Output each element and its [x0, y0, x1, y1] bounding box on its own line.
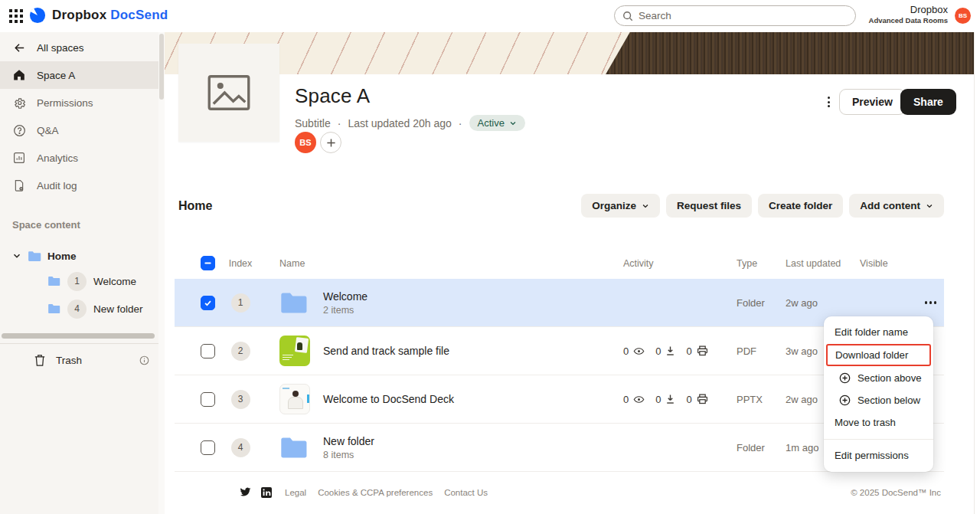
menu-item-edit-folder-name[interactable]: Edit folder name — [824, 321, 933, 343]
trash-label: Trash — [56, 355, 82, 366]
sidebar-item-analytics[interactable]: Analytics — [0, 144, 158, 172]
topbar: Dropbox DocSend Dropbox Advanced Data Ro… — [0, 0, 980, 32]
button-label: Request files — [677, 200, 741, 211]
docsend-app: Dropbox DocSend Dropbox Advanced Data Ro… — [0, 0, 980, 514]
column-header-visible[interactable]: Visible — [860, 258, 912, 269]
search-input[interactable] — [639, 10, 848, 21]
chevron-down-icon[interactable] — [12, 251, 21, 260]
apps-grid-icon[interactable] — [8, 8, 24, 25]
downloads-count: 0 — [655, 345, 661, 357]
row-subtitle: 2 items — [323, 305, 623, 316]
row-checkbox[interactable] — [201, 344, 215, 358]
menu-item-edit-permissions[interactable]: Edit permissions — [824, 444, 933, 467]
sidebar-item-all-spaces[interactable]: All spaces — [0, 34, 158, 61]
request-files-button[interactable]: Request files — [666, 194, 752, 218]
add-member-button[interactable] — [320, 132, 341, 153]
folder-context-menu: Edit folder name Download folder Section… — [824, 316, 933, 472]
folder-icon — [47, 303, 60, 314]
check-icon — [204, 299, 212, 307]
download-icon — [665, 394, 675, 404]
row-name[interactable]: Send and track sample file — [323, 345, 623, 357]
minus-icon — [204, 259, 212, 267]
space-banner-image — [165, 32, 974, 74]
footer-link-contact[interactable]: Contact Us — [444, 488, 488, 497]
sidebar-item-permissions[interactable]: Permissions — [0, 89, 158, 116]
row-last-updated: 2w ago — [786, 297, 860, 309]
sidebar-item-label: Space A — [37, 70, 75, 81]
menu-item-move-to-trash[interactable]: Move to trash — [824, 411, 933, 434]
space-subtitle: Subtitle — [295, 117, 331, 129]
tree-item-welcome[interactable]: 1 Welcome — [0, 267, 158, 295]
column-header-type[interactable]: Type — [737, 258, 786, 269]
sidebar-scrollbar[interactable] — [158, 32, 165, 514]
space-options-button[interactable] — [822, 93, 835, 110]
select-all-checkbox[interactable] — [201, 256, 215, 270]
account-avatar[interactable]: BS — [955, 8, 971, 24]
folder-icon — [279, 436, 323, 460]
column-header-name[interactable]: Name — [263, 258, 323, 269]
column-header-index[interactable]: Index — [217, 258, 263, 269]
sidebar-item-label: Analytics — [37, 152, 78, 164]
linkedin-icon[interactable] — [261, 487, 272, 498]
index-pill: 4 — [67, 300, 87, 319]
space-image-placeholder[interactable] — [178, 44, 279, 142]
info-icon[interactable] — [139, 355, 149, 365]
search-bar[interactable] — [614, 5, 856, 26]
twitter-icon[interactable] — [240, 487, 251, 498]
printer-icon — [697, 345, 708, 356]
share-button[interactable]: Share — [900, 89, 956, 115]
button-label: Create folder — [769, 200, 832, 211]
index-pill: 3 — [231, 390, 250, 409]
horizontal-scrollbar[interactable] — [2, 333, 155, 339]
account-product: Dropbox — [869, 4, 948, 16]
account-label: Dropbox Advanced Data Rooms — [869, 4, 948, 25]
row-activity: 0 0 0 — [623, 345, 737, 357]
menu-item-section-below[interactable]: Section below — [824, 389, 933, 411]
status-badge[interactable]: Active — [469, 115, 525, 131]
views-count: 0 — [623, 345, 629, 357]
printer-icon — [697, 394, 708, 404]
row-name[interactable]: Welcome — [323, 290, 623, 303]
tree-item-home[interactable]: Home — [0, 244, 158, 267]
sidebar-item-qa[interactable]: Q&A — [0, 116, 158, 144]
index-pill: 1 — [67, 272, 87, 291]
column-header-activity[interactable]: Activity — [623, 258, 737, 269]
views-count: 0 — [623, 394, 629, 405]
column-header-last-updated[interactable]: Last updated — [786, 258, 860, 269]
index-pill: 4 — [231, 438, 250, 457]
menu-item-download-folder[interactable]: Download folder — [826, 344, 931, 366]
sidebar: All spaces Space A Permissions Q&A Analy… — [0, 32, 158, 514]
menu-item-section-above[interactable]: Section above — [824, 367, 933, 389]
tree-item-new-folder[interactable]: 4 New folder — [0, 295, 158, 322]
sidebar-item-trash[interactable]: Trash — [0, 344, 158, 376]
brand-logo[interactable]: Dropbox DocSend — [29, 7, 168, 24]
row-checkbox[interactable] — [201, 392, 215, 407]
button-label: Organize — [592, 200, 636, 211]
row-name[interactable]: Welcome to DocSend Deck — [323, 393, 623, 405]
file-thumbnail — [279, 384, 310, 414]
main-scrollbar[interactable] — [974, 32, 980, 514]
status-label: Active — [478, 117, 505, 129]
footer-link-cookies[interactable]: Cookies & CCPA preferences — [318, 488, 433, 497]
footer-link-legal[interactable]: Legal — [285, 488, 306, 497]
row-checkbox[interactable] — [201, 296, 215, 310]
create-folder-button[interactable]: Create folder — [758, 194, 843, 218]
row-options-button[interactable] — [912, 301, 944, 304]
sidebar-item-label: Q&A — [37, 125, 59, 136]
trash-icon — [34, 354, 46, 367]
row-activity: 0 0 0 — [623, 394, 737, 405]
audit-log-icon — [12, 179, 26, 192]
folder-icon — [279, 291, 323, 315]
preview-button[interactable]: Preview — [839, 89, 906, 115]
sidebar-item-audit-log[interactable]: Audit log — [0, 172, 158, 199]
organize-button[interactable]: Organize — [581, 194, 660, 218]
owner-avatar[interactable]: BS — [295, 132, 316, 153]
page-title: Space A — [295, 84, 370, 108]
chevron-down-icon — [642, 202, 649, 210]
file-thumbnail — [279, 336, 310, 366]
row-checkbox[interactable] — [201, 440, 215, 455]
row-name[interactable]: New folder — [323, 435, 623, 447]
add-content-button[interactable]: Add content — [849, 194, 944, 218]
sidebar-item-space-a[interactable]: Space A — [0, 61, 158, 89]
sidebar-item-label: Audit log — [37, 180, 77, 192]
